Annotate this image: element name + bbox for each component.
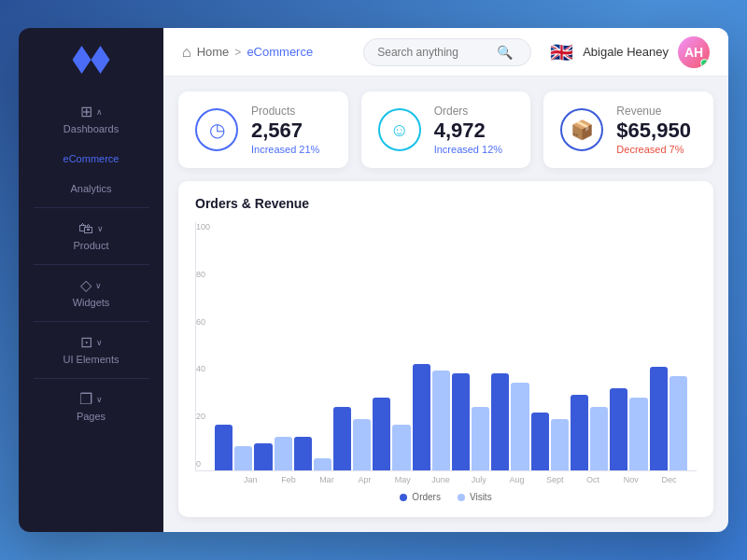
bar-visits (275, 437, 292, 470)
stat-cards: ◷ Products 2,567 Increased 21% ☺ Orders (178, 91, 713, 168)
bar-orders (373, 398, 390, 470)
y-label: 20 (196, 412, 210, 421)
bar-group (294, 437, 331, 470)
app-container: ⊞ ∧ Dashboards eCommerce Analytics 🛍 ∨ (19, 28, 728, 532)
y-label: 40 (196, 364, 210, 373)
x-label: Mar (309, 475, 345, 484)
bar-group (452, 373, 489, 470)
bar-orders (294, 437, 312, 470)
x-label: Feb (271, 475, 307, 484)
sidebar-item-pages[interactable]: ❐ ∨ Pages (19, 383, 163, 431)
products-value: 2,567 (251, 119, 319, 142)
sidebar-divider-1 (34, 207, 149, 208)
ui-elements-icon: ⊡ (80, 335, 92, 350)
x-axis-labels: JanFebMarAprMayJuneJulyAugSeptOctNovDec (195, 471, 697, 484)
y-label: 0 (196, 459, 210, 469)
sidebar-item-ui-elements[interactable]: ⊡ ∨ UI Elements (19, 326, 163, 374)
logo-icon (73, 46, 110, 74)
x-label: Oct (575, 475, 612, 484)
bar-orders (571, 395, 588, 470)
bar-orders (610, 388, 627, 470)
stat-card-orders: ☺ Orders 4,972 Increased 12% (361, 91, 531, 168)
ui-elements-chevron-icon: ∨ (96, 338, 103, 347)
bar-group (413, 364, 450, 470)
search-input[interactable] (377, 46, 489, 59)
products-stat-info: Products 2,567 Increased 21% (251, 105, 319, 155)
legend-label-orders: Orders (412, 492, 441, 502)
bar-visits (234, 446, 252, 470)
bar-group (610, 388, 647, 470)
bar-orders (491, 373, 509, 470)
sidebar-item-analytics[interactable]: Analytics (19, 174, 163, 203)
sidebar-logo (69, 43, 114, 77)
sidebar-item-product[interactable]: 🛍 ∨ Product (19, 212, 163, 260)
x-label: Nov (613, 475, 650, 484)
bar-visits (472, 407, 489, 470)
search-icon: 🔍 (497, 45, 513, 60)
revenue-icon: 📦 (571, 119, 594, 141)
revenue-stat-info: Revenue $65,950 Decreased 7% (616, 105, 691, 155)
x-label: Apr (346, 475, 383, 484)
bar-visits (551, 419, 569, 470)
orders-stat-info: Orders 4,972 Increased 12% (434, 105, 502, 155)
header: ⌂ Home > eCommerce 🔍 🇬🇧 Abigale Heaney A… (163, 28, 728, 77)
legend-dot-visits (458, 494, 465, 501)
bar-visits (353, 419, 371, 470)
bar-group (333, 407, 371, 470)
widgets-chevron-icon: ∨ (95, 281, 102, 290)
user-name: Abigale Heaney (583, 45, 669, 59)
chart-area: 100806040200 JanFebMarAprMayJuneJulyAugS… (195, 222, 697, 502)
products-icon: ◷ (209, 119, 225, 141)
orders-icon-circle: ☺ (378, 108, 421, 151)
legend-orders: Orders (400, 492, 441, 502)
sidebar-divider-3 (34, 321, 149, 322)
bar-orders (215, 425, 233, 470)
dashboards-icon: ⊞ (80, 105, 92, 119)
x-label: Sept (537, 475, 573, 484)
y-label: 80 (196, 270, 210, 279)
sidebar-item-widgets[interactable]: ◇ ∨ Widgets (19, 269, 163, 317)
breadcrumb: ⌂ Home > eCommerce (182, 44, 354, 61)
sidebar-label-dashboards: Dashboards (63, 123, 119, 134)
sidebar-label-ecommerce: eCommerce (63, 153, 120, 164)
sidebar-item-dashboards[interactable]: ⊞ ∧ Dashboards (19, 95, 163, 144)
bar-group (571, 395, 608, 470)
bar-group (254, 437, 291, 470)
sidebar-label-pages: Pages (77, 411, 106, 422)
dashboards-chevron-icon: ∧ (96, 107, 103, 117)
bar-visits (511, 383, 529, 470)
sidebar-item-ecommerce[interactable]: eCommerce (19, 144, 163, 174)
sidebar-label-product: Product (74, 240, 109, 251)
bar-orders (413, 364, 430, 470)
product-chevron-icon: ∨ (97, 224, 104, 233)
sidebar: ⊞ ∧ Dashboards eCommerce Analytics 🛍 ∨ (19, 28, 163, 532)
x-label: Jan (233, 475, 269, 484)
flag-icon: 🇬🇧 (550, 41, 573, 63)
sidebar-divider-2 (34, 264, 149, 265)
legend-visits: Visits (458, 492, 492, 502)
products-title: Products (251, 105, 319, 118)
bar-orders (650, 367, 668, 470)
bar-group (531, 413, 569, 470)
orders-icon: ☺ (389, 119, 408, 141)
bar-group (373, 398, 410, 470)
legend-dot-orders (400, 494, 407, 501)
stat-card-revenue: 📦 Revenue $65,950 Decreased 7% (543, 91, 713, 168)
x-label: Aug (499, 475, 535, 484)
content-area: ◷ Products 2,567 Increased 21% ☺ Orders (163, 77, 728, 532)
search-bar[interactable]: 🔍 (363, 38, 531, 66)
revenue-value: $65,950 (616, 119, 691, 142)
bar-visits (590, 407, 608, 470)
breadcrumb-current: eCommerce (247, 45, 313, 59)
bar-group (491, 373, 529, 470)
breadcrumb-home[interactable]: Home (197, 45, 230, 59)
sidebar-nav: ⊞ ∧ Dashboards eCommerce Analytics 🛍 ∨ (19, 95, 163, 431)
bar-visits (629, 398, 647, 470)
home-icon: ⌂ (182, 44, 191, 61)
breadcrumb-separator: > (234, 46, 241, 59)
main-content: ⌂ Home > eCommerce 🔍 🇬🇧 Abigale Heaney A… (163, 28, 728, 532)
pages-icon: ❐ (79, 392, 92, 407)
chart-title: Orders & Revenue (195, 196, 697, 211)
bar-group (650, 367, 687, 470)
bar-orders (452, 373, 470, 470)
